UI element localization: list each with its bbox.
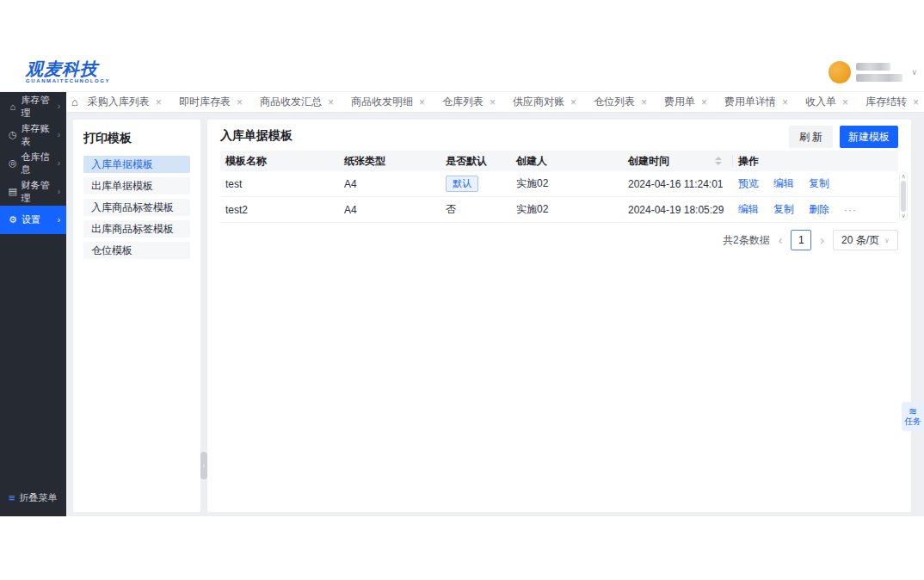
template-item-inbound-doc[interactable]: 入库单据模板 [83,156,190,173]
scroll-up-icon[interactable]: ∧ [901,173,905,180]
table-row: test A4 默认 实施02 2024-04-16 11:24:01 预览 编… [220,171,898,197]
chevron-right-icon: › [58,215,60,225]
tab-income-bill[interactable]: 收入单× [798,92,856,113]
close-icon[interactable]: × [328,96,334,108]
avatar [829,61,851,83]
chevron-right-icon: › [58,158,60,168]
close-icon[interactable]: × [490,96,496,108]
user-menu[interactable]: ∨ [829,60,917,84]
prev-page-button[interactable]: ‹ [779,233,783,247]
scrollbar-thumb[interactable] [901,181,906,212]
close-icon[interactable]: × [419,96,425,108]
brand-name: 观麦科技 [26,59,110,78]
header-is-default: 是否默认 [440,154,511,169]
pagination: 共2条数据 ‹ 1 › 20 条/页 ∨ [723,230,898,250]
close-icon[interactable]: × [701,96,707,108]
sidebar-item-label: 仓库信息 [22,151,58,176]
collapse-menu-label: 折叠菜单 [20,491,58,504]
tab-label: 费用单 [664,95,695,109]
tab-label: 仓位列表 [594,95,635,109]
sidebar-item-inventory-reports[interactable]: ◷ 库存账表 › [0,120,66,149]
delete-link[interactable]: 删除 [809,202,829,217]
panel-collapse-handle[interactable]: ‹ [200,452,207,479]
chevron-down-icon: ∨ [911,68,917,77]
brand-logo: 观麦科技 GUANMAITECHNOLOGY [26,59,110,83]
template-item-outbound-goods-label[interactable]: 出库商品标签模板 [83,220,190,238]
collapse-menu-button[interactable]: ≡ 折叠菜单 [9,491,58,504]
task-fab-label: 任务 [904,416,921,427]
close-icon[interactable]: × [156,96,162,108]
current-page-button[interactable]: 1 [791,230,811,250]
header-actions: 操作 [733,154,898,169]
cell-creator: 实施02 [511,202,623,217]
sidebar-item-label: 设置 [22,213,40,226]
app-window: 观麦科技 GUANMAITECHNOLOGY ∨ ⌂ 库存管理 › ◷ 库 [0,52,924,516]
cell-template-name: test [220,178,339,190]
header-created-time-label: 创建时间 [628,154,669,169]
cell-is-default: 默认 [440,176,511,192]
header-created-time: 创建时间 [623,155,733,167]
sidebar-item-finance-management[interactable]: ▤ 财务管理 › [0,177,66,206]
tab-purchase-inbound-list[interactable]: 采购入库列表× [80,92,169,113]
close-icon[interactable]: × [570,96,576,108]
preview-link[interactable]: 预览 [738,176,759,191]
cell-paper-type: A4 [339,178,440,190]
tab-goods-inout-summary[interactable]: 商品收发汇总× [252,92,342,113]
tab-expense-bill-detail[interactable]: 费用单详情× [717,92,796,113]
sidebar-item-inventory-management[interactable]: ⌂ 库存管理 › [0,92,66,120]
inbound-template-panel: 入库单据模板 刷 新 新建模板 模板名称 纸张类型 是否默认 创建人 创建时间 [207,120,911,512]
next-page-button[interactable]: › [820,233,824,247]
close-icon[interactable]: × [842,96,848,108]
cell-creator: 实施02 [511,176,623,191]
chevron-right-icon: › [58,130,60,139]
tab-warehouse-list[interactable]: 仓库列表× [434,92,503,113]
tab-label: 供应商对账 [513,95,564,109]
sidebar-item-settings[interactable]: ⚙ 设置 › [0,206,66,234]
content-area: 打印模板 入库单据模板 出库单据模板 入库商品标签模板 出库商品标签模板 仓位模… [66,113,924,516]
home-icon[interactable]: ⌂ [71,96,78,108]
scroll-down-icon[interactable]: ∨ [901,213,905,219]
sidebar-item-warehouse-info[interactable]: ◎ 仓库信息 › [0,149,66,177]
page-size-select[interactable]: 20 条/页 ∨ [833,230,898,250]
tab-realtime-inventory[interactable]: 即时库存表× [171,92,250,113]
cell-actions: 预览 编辑 复制 [733,176,898,191]
create-template-button[interactable]: 新建模板 [840,126,898,148]
page-title: 入库单据模板 [220,128,293,144]
edit-link[interactable]: 编辑 [738,202,759,217]
sort-icon[interactable] [715,157,722,165]
hamburger-icon: ≡ [9,491,15,504]
print-template-panel: 打印模板 入库单据模板 出库单据模板 入库商品标签模板 出库商品标签模板 仓位模… [73,120,200,512]
template-item-outbound-doc[interactable]: 出库单据模板 [83,177,190,194]
user-org-redacted [856,74,902,82]
copy-link[interactable]: 复制 [773,202,794,217]
tab-label: 费用单详情 [724,95,776,109]
page-size-value: 20 条/页 [841,233,879,248]
tab-label: 即时库存表 [179,95,231,109]
top-bar: 观麦科技 GUANMAITECHNOLOGY ∨ [0,52,924,92]
template-item-storage-location[interactable]: 仓位模板 [83,242,190,259]
table-scrollbar[interactable]: ∧ ∨ [899,171,908,221]
tab-label: 收入单 [805,95,836,109]
close-icon[interactable]: × [641,96,647,108]
tab-supplier-reconciliation[interactable]: 供应商对账× [505,92,584,113]
more-actions-icon[interactable]: ··· [844,204,857,216]
tab-storage-location-list[interactable]: 仓位列表× [586,92,655,113]
chevron-right-icon: › [58,102,60,111]
close-icon[interactable]: × [237,96,243,108]
inventory-icon: ⌂ [8,102,18,112]
task-fab-button[interactable]: ≋ 任务 [902,402,924,431]
cell-is-default: 否 [440,202,511,217]
template-item-inbound-goods-label[interactable]: 入库商品标签模板 [83,199,190,216]
edit-link[interactable]: 编辑 [773,176,794,191]
header-template-name: 模板名称 [220,154,339,169]
copy-link[interactable]: 复制 [809,176,829,191]
tab-expense-bill[interactable]: 费用单× [656,92,715,113]
cell-actions: 编辑 复制 删除 ··· [733,202,898,217]
close-icon[interactable]: × [782,96,788,108]
close-icon[interactable]: × [913,96,919,108]
tab-goods-inout-detail[interactable]: 商品收发明细× [343,92,433,113]
cell-created-time: 2024-04-19 18:05:29 [623,204,733,216]
refresh-button[interactable]: 刷 新 [789,126,833,148]
page: 观麦科技 GUANMAITECHNOLOGY ∨ ⌂ 库存管理 › ◷ 库 [0,0,924,580]
tab-inventory-carryover[interactable]: 库存结转× [858,92,924,113]
